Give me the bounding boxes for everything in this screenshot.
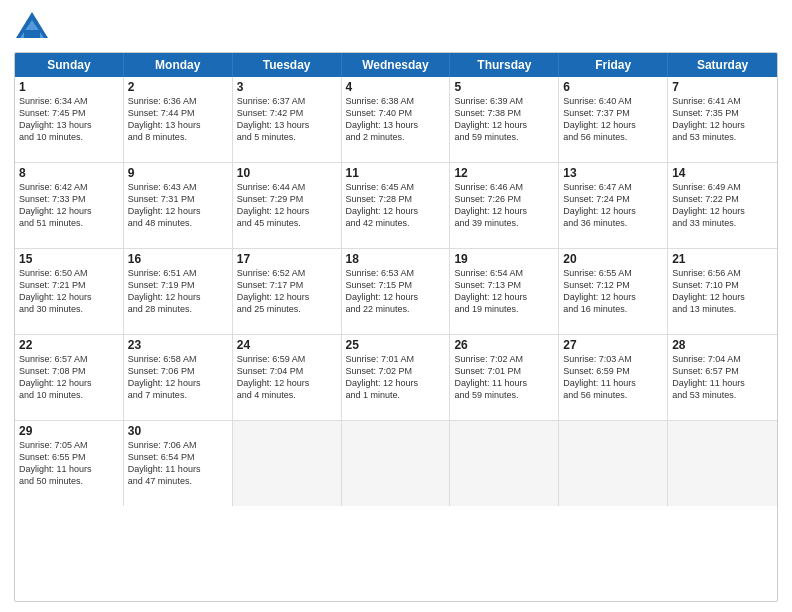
cell-line: and 10 minutes.: [19, 389, 119, 401]
calendar-cell-day-3: 3Sunrise: 6:37 AMSunset: 7:42 PMDaylight…: [233, 77, 342, 162]
day-number: 25: [346, 338, 446, 352]
cell-line: Sunrise: 6:55 AM: [563, 267, 663, 279]
cell-line: Sunset: 7:33 PM: [19, 193, 119, 205]
day-number: 24: [237, 338, 337, 352]
cell-line: Sunset: 7:04 PM: [237, 365, 337, 377]
cell-line: Sunrise: 7:04 AM: [672, 353, 773, 365]
cell-line: Sunrise: 6:46 AM: [454, 181, 554, 193]
cell-line: and 45 minutes.: [237, 217, 337, 229]
cell-line: Daylight: 12 hours: [563, 119, 663, 131]
day-number: 3: [237, 80, 337, 94]
day-number: 15: [19, 252, 119, 266]
cell-line: Daylight: 12 hours: [19, 377, 119, 389]
cell-line: and 56 minutes.: [563, 389, 663, 401]
cell-line: and 25 minutes.: [237, 303, 337, 315]
cell-line: and 59 minutes.: [454, 389, 554, 401]
cell-details: Sunrise: 6:42 AMSunset: 7:33 PMDaylight:…: [19, 181, 119, 230]
weekday-header-sunday: Sunday: [15, 53, 124, 77]
cell-line: Daylight: 13 hours: [19, 119, 119, 131]
day-number: 9: [128, 166, 228, 180]
day-number: 5: [454, 80, 554, 94]
cell-line: Sunrise: 6:56 AM: [672, 267, 773, 279]
calendar-cell-day-17: 17Sunrise: 6:52 AMSunset: 7:17 PMDayligh…: [233, 249, 342, 334]
weekday-header-friday: Friday: [559, 53, 668, 77]
cell-line: Sunrise: 7:03 AM: [563, 353, 663, 365]
cell-line: Daylight: 12 hours: [237, 377, 337, 389]
cell-line: Sunset: 7:28 PM: [346, 193, 446, 205]
cell-line: and 7 minutes.: [128, 389, 228, 401]
cell-line: Daylight: 11 hours: [672, 377, 773, 389]
cell-line: Sunset: 7:31 PM: [128, 193, 228, 205]
cell-line: Sunrise: 6:52 AM: [237, 267, 337, 279]
svg-rect-2: [24, 30, 40, 38]
calendar-row-1: 1Sunrise: 6:34 AMSunset: 7:45 PMDaylight…: [15, 77, 777, 162]
calendar-cell-day-6: 6Sunrise: 6:40 AMSunset: 7:37 PMDaylight…: [559, 77, 668, 162]
cell-line: Daylight: 13 hours: [237, 119, 337, 131]
cell-line: Daylight: 12 hours: [237, 205, 337, 217]
cell-details: Sunrise: 6:50 AMSunset: 7:21 PMDaylight:…: [19, 267, 119, 316]
header: [14, 10, 778, 46]
calendar-cell-day-11: 11Sunrise: 6:45 AMSunset: 7:28 PMDayligh…: [342, 163, 451, 248]
calendar-cell-day-9: 9Sunrise: 6:43 AMSunset: 7:31 PMDaylight…: [124, 163, 233, 248]
calendar-header: SundayMondayTuesdayWednesdayThursdayFrid…: [15, 53, 777, 77]
cell-line: Daylight: 12 hours: [454, 119, 554, 131]
cell-line: and 19 minutes.: [454, 303, 554, 315]
cell-line: Sunrise: 6:39 AM: [454, 95, 554, 107]
cell-details: Sunrise: 6:55 AMSunset: 7:12 PMDaylight:…: [563, 267, 663, 316]
calendar-cell-day-27: 27Sunrise: 7:03 AMSunset: 6:59 PMDayligh…: [559, 335, 668, 420]
cell-line: Daylight: 12 hours: [454, 205, 554, 217]
cell-line: and 47 minutes.: [128, 475, 228, 487]
cell-details: Sunrise: 6:53 AMSunset: 7:15 PMDaylight:…: [346, 267, 446, 316]
cell-line: Daylight: 12 hours: [563, 205, 663, 217]
cell-details: Sunrise: 6:40 AMSunset: 7:37 PMDaylight:…: [563, 95, 663, 144]
cell-line: Sunrise: 6:37 AM: [237, 95, 337, 107]
weekday-header-wednesday: Wednesday: [342, 53, 451, 77]
cell-line: Daylight: 12 hours: [346, 205, 446, 217]
cell-details: Sunrise: 6:36 AMSunset: 7:44 PMDaylight:…: [128, 95, 228, 144]
cell-line: Sunrise: 7:02 AM: [454, 353, 554, 365]
calendar: SundayMondayTuesdayWednesdayThursdayFrid…: [14, 52, 778, 602]
cell-line: Sunset: 7:26 PM: [454, 193, 554, 205]
cell-line: and 8 minutes.: [128, 131, 228, 143]
cell-line: Sunrise: 6:42 AM: [19, 181, 119, 193]
cell-line: Sunrise: 6:40 AM: [563, 95, 663, 107]
cell-line: Sunset: 7:38 PM: [454, 107, 554, 119]
calendar-cell-empty: [342, 421, 451, 506]
weekday-header-saturday: Saturday: [668, 53, 777, 77]
calendar-row-3: 15Sunrise: 6:50 AMSunset: 7:21 PMDayligh…: [15, 248, 777, 334]
cell-line: Daylight: 12 hours: [19, 205, 119, 217]
cell-line: Sunrise: 6:51 AM: [128, 267, 228, 279]
cell-line: Sunrise: 6:53 AM: [346, 267, 446, 279]
day-number: 26: [454, 338, 554, 352]
calendar-cell-day-25: 25Sunrise: 7:01 AMSunset: 7:02 PMDayligh…: [342, 335, 451, 420]
cell-line: Sunrise: 6:47 AM: [563, 181, 663, 193]
cell-line: Sunset: 7:01 PM: [454, 365, 554, 377]
cell-line: Daylight: 12 hours: [672, 291, 773, 303]
cell-line: Sunset: 7:21 PM: [19, 279, 119, 291]
cell-details: Sunrise: 7:06 AMSunset: 6:54 PMDaylight:…: [128, 439, 228, 488]
cell-line: Daylight: 12 hours: [19, 291, 119, 303]
cell-line: Sunset: 7:37 PM: [563, 107, 663, 119]
cell-details: Sunrise: 7:02 AMSunset: 7:01 PMDaylight:…: [454, 353, 554, 402]
cell-line: and 50 minutes.: [19, 475, 119, 487]
calendar-cell-day-18: 18Sunrise: 6:53 AMSunset: 7:15 PMDayligh…: [342, 249, 451, 334]
logo-icon: [14, 10, 50, 46]
cell-line: Sunrise: 6:50 AM: [19, 267, 119, 279]
cell-line: Sunrise: 7:05 AM: [19, 439, 119, 451]
day-number: 8: [19, 166, 119, 180]
calendar-cell-empty: [668, 421, 777, 506]
cell-details: Sunrise: 6:59 AMSunset: 7:04 PMDaylight:…: [237, 353, 337, 402]
calendar-row-4: 22Sunrise: 6:57 AMSunset: 7:08 PMDayligh…: [15, 334, 777, 420]
cell-line: Daylight: 11 hours: [19, 463, 119, 475]
cell-line: and 48 minutes.: [128, 217, 228, 229]
cell-line: Sunrise: 6:38 AM: [346, 95, 446, 107]
cell-details: Sunrise: 6:47 AMSunset: 7:24 PMDaylight:…: [563, 181, 663, 230]
cell-line: and 13 minutes.: [672, 303, 773, 315]
cell-details: Sunrise: 6:39 AMSunset: 7:38 PMDaylight:…: [454, 95, 554, 144]
cell-details: Sunrise: 6:34 AMSunset: 7:45 PMDaylight:…: [19, 95, 119, 144]
cell-line: and 51 minutes.: [19, 217, 119, 229]
cell-line: and 33 minutes.: [672, 217, 773, 229]
cell-line: and 22 minutes.: [346, 303, 446, 315]
cell-line: Sunset: 7:29 PM: [237, 193, 337, 205]
cell-line: Sunrise: 6:49 AM: [672, 181, 773, 193]
